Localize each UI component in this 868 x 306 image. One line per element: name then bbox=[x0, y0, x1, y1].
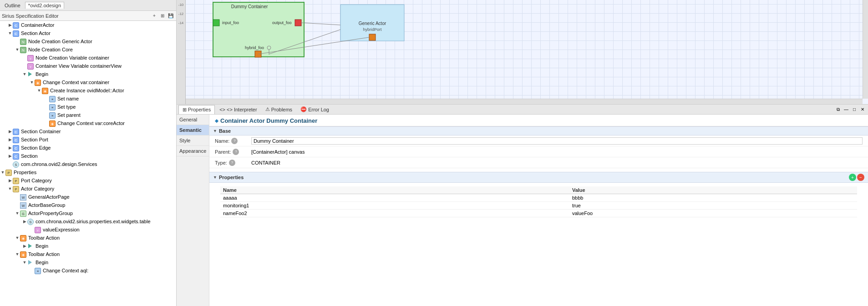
list-item[interactable]: ▼ ◈ Toolbar Action bbox=[0, 234, 176, 242]
set-icon: ≡ bbox=[35, 268, 41, 274]
canvas-area: -10 -12 -14 Dummy Container input_foo ou… bbox=[177, 0, 868, 105]
expand-button[interactable]: ⊞ bbox=[159, 12, 166, 20]
list-item[interactable]: ▶ C Section Edge bbox=[0, 144, 176, 152]
class-icon: C bbox=[13, 137, 19, 143]
list-item[interactable]: ◈ Change Context var:coreActor bbox=[0, 119, 176, 127]
list-item[interactable]: ≡ Set name bbox=[0, 95, 176, 103]
service-icon: S bbox=[13, 161, 19, 168]
set-icon: ≡ bbox=[49, 96, 56, 102]
canvas-vscroll[interactable] bbox=[863, 0, 868, 99]
arrow-icon: ◆ bbox=[215, 118, 218, 123]
name-input[interactable] bbox=[251, 137, 863, 145]
tab-bar: Outline *ovid2.odesign bbox=[0, 0, 176, 11]
tab-outline[interactable]: Outline bbox=[2, 2, 23, 9]
list-item[interactable]: v valueExpression bbox=[0, 226, 176, 234]
tab-properties[interactable]: ⊞ Properties bbox=[178, 105, 215, 114]
list-item[interactable]: ▶ Begin bbox=[0, 242, 176, 250]
list-item[interactable]: W ActorBaseGroup bbox=[0, 201, 176, 209]
list-item[interactable]: v Node Creation Variable container bbox=[0, 54, 176, 62]
list-item[interactable]: ≡ Change Context aql: bbox=[0, 266, 176, 275]
list-item[interactable]: ▼ P Properties bbox=[0, 168, 176, 176]
svg-text:hybrid_foo: hybrid_foo bbox=[245, 45, 264, 50]
base-section-title: Base bbox=[219, 128, 231, 134]
sidebar-item-general[interactable]: General bbox=[177, 115, 209, 125]
errorlog-icon: ⛔ bbox=[300, 106, 307, 112]
list-item[interactable]: W GeneralActorPage bbox=[0, 193, 176, 201]
var-icon: v bbox=[35, 227, 41, 233]
var-icon: v bbox=[27, 63, 34, 70]
list-item[interactable]: ▶ P Port Category bbox=[0, 176, 176, 185]
prop-name-cell: nameFoo2 bbox=[220, 210, 569, 217]
list-item[interactable]: ≡ Set parent bbox=[0, 111, 176, 119]
col-value-header: Value bbox=[569, 186, 857, 194]
properties-content: General Semantic Style Appearance ◆ Cont… bbox=[177, 115, 868, 306]
var-icon: v bbox=[27, 55, 34, 61]
list-item[interactable]: ▶ C Section bbox=[0, 152, 176, 160]
properties-main: ◆ Container Actor Dummy Container ▼ Base… bbox=[209, 115, 868, 306]
name-help-button[interactable]: ? bbox=[231, 138, 238, 144]
tab-interpreter[interactable]: <> <> Interpreter bbox=[216, 105, 261, 114]
maximize-button[interactable]: □ bbox=[851, 106, 858, 113]
parent-label: Parent: ? bbox=[215, 149, 251, 155]
prop-value-cell: bbbb bbox=[569, 194, 857, 202]
sidebar-item-appearance[interactable]: Appearance bbox=[177, 146, 209, 156]
collapse-base-button[interactable]: ▼ bbox=[213, 129, 217, 133]
left-panel: Outline *ovid2.odesign Sirius Specificat… bbox=[0, 0, 177, 306]
add-property-button[interactable]: + bbox=[849, 174, 856, 181]
sidebar-item-semantic[interactable]: Semantic bbox=[177, 125, 209, 135]
list-item[interactable]: ≡ Set type bbox=[0, 103, 176, 111]
name-label: Name: ? bbox=[215, 138, 251, 144]
action-icon: ◈ bbox=[42, 88, 48, 94]
properties-section-header: ▼ Properties + − bbox=[209, 172, 868, 183]
prop-icon: P bbox=[13, 178, 19, 184]
new-editor-button[interactable]: ⧉ bbox=[834, 106, 842, 113]
list-item[interactable]: ▼ C Section Actor bbox=[0, 29, 176, 37]
list-item[interactable]: ▼ ◈ Change Context var:container bbox=[0, 78, 176, 86]
close-view-button[interactable]: ✕ bbox=[859, 106, 866, 113]
properties-section-title: ▼ Properties bbox=[213, 175, 849, 180]
list-item[interactable]: ▼ Begin bbox=[0, 70, 176, 78]
list-item[interactable]: v Container View Variable containerView bbox=[0, 62, 176, 70]
action-icon: ◈ bbox=[35, 80, 41, 86]
node-icon: N bbox=[20, 39, 26, 45]
properties-tabs: ⊞ Properties <> <> Interpreter ⚠ Problem… bbox=[177, 105, 868, 115]
tab-properties-icon: ⊞ bbox=[183, 107, 187, 113]
type-help-button[interactable]: ? bbox=[229, 160, 235, 166]
class-icon: C bbox=[13, 153, 19, 160]
minimize-button[interactable]: — bbox=[843, 106, 850, 113]
parent-help-button[interactable]: ? bbox=[233, 149, 239, 155]
new-item-button[interactable]: + bbox=[151, 12, 158, 20]
type-value: CONTAINER bbox=[251, 160, 863, 166]
tab-errorlog[interactable]: ⛔ Error Log bbox=[297, 105, 333, 114]
table-row: nameFoo2 valueFoo bbox=[220, 210, 857, 217]
canvas-content[interactable]: Dummy Container input_foo output_foo hyb… bbox=[186, 0, 868, 104]
list-item[interactable]: ▼ P Actor Category bbox=[0, 185, 176, 193]
ruler-mark: -14 bbox=[178, 18, 184, 27]
list-item[interactable]: ▼ ◈ Toolbar Action bbox=[0, 250, 176, 258]
tab-problems[interactable]: ⚠ Problems bbox=[262, 105, 296, 114]
prop-icon: P bbox=[13, 186, 19, 192]
list-item[interactable]: ▶ C Section Port bbox=[0, 135, 176, 144]
ruler-mark: -10 bbox=[178, 0, 184, 9]
collapse-props-button[interactable]: ▼ bbox=[213, 175, 217, 180]
list-item[interactable]: ▼ G ActorPropertyGroup bbox=[0, 209, 176, 217]
list-item[interactable]: ▼ Begin bbox=[0, 258, 176, 266]
list-item[interactable]: S com.chrona.ovid2.design.Services bbox=[0, 160, 176, 168]
canvas-hscroll[interactable] bbox=[186, 99, 863, 104]
list-item[interactable]: N Node Creation Generic Actor bbox=[0, 37, 176, 45]
remove-property-button[interactable]: − bbox=[857, 174, 864, 181]
list-item[interactable]: ▼ N Node Creation Core bbox=[0, 45, 176, 54]
list-item[interactable]: ▶ C Section Container bbox=[0, 127, 176, 135]
list-item[interactable]: ▶ C ContainerActor bbox=[0, 21, 176, 29]
list-item[interactable]: ▶ S com.chrona.ovid2.sirius.properties.e… bbox=[0, 217, 176, 226]
list-item[interactable]: ▼ ◈ Create Instance ovidModel::Actor bbox=[0, 86, 176, 95]
tree-container: ▶ C ContainerActor ▼ C Section Actor N N… bbox=[0, 21, 176, 306]
set-icon: ≡ bbox=[49, 112, 56, 119]
section-icon: G bbox=[20, 211, 26, 217]
canvas-ruler: -10 -12 -14 bbox=[177, 0, 186, 104]
class-icon: C bbox=[13, 145, 19, 151]
sidebar-item-style[interactable]: Style bbox=[177, 135, 209, 146]
save-button[interactable]: 💾 bbox=[167, 12, 174, 20]
class-icon: C bbox=[13, 22, 19, 29]
tab-odesign[interactable]: *ovid2.odesign bbox=[25, 2, 64, 9]
